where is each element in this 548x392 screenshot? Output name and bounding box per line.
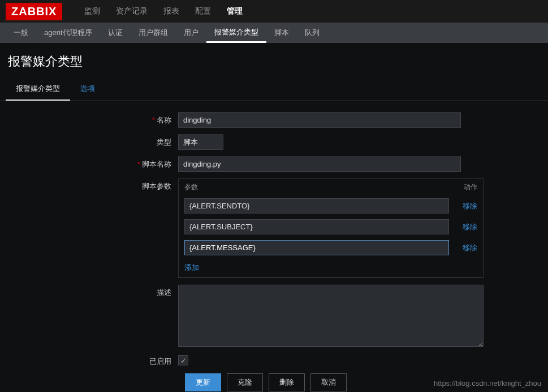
cancel-button[interactable]: 取消 bbox=[310, 373, 347, 391]
subnav-users[interactable]: 用户 bbox=[176, 23, 206, 43]
enabled-label: 已启用 bbox=[6, 354, 178, 367]
clone-button[interactable]: 克隆 bbox=[227, 373, 263, 391]
params-label: 脚本参数 bbox=[6, 178, 178, 191]
script-name-input[interactable] bbox=[178, 156, 461, 172]
param-row: 移除 bbox=[179, 237, 483, 258]
param-input-2[interactable] bbox=[184, 240, 449, 255]
param-add[interactable]: 添加 bbox=[179, 258, 483, 277]
watermark: https://blog.csdn.net/knight_zhou bbox=[434, 379, 541, 387]
type-label: 类型 bbox=[6, 134, 178, 147]
subnav-scripts[interactable]: 脚本 bbox=[266, 23, 297, 43]
tabs: 报警媒介类型 选项 bbox=[0, 78, 548, 101]
param-input-0[interactable] bbox=[184, 198, 449, 214]
script-name-label: *脚本名称 bbox=[6, 156, 178, 169]
nav-config[interactable]: 配置 bbox=[187, 6, 219, 16]
enabled-checkbox[interactable]: ✓ bbox=[178, 355, 188, 365]
update-button[interactable]: 更新 bbox=[185, 373, 221, 391]
params-table: 参数 动作 移除 移除 移除 添加 bbox=[178, 178, 484, 278]
top-nav: ZABBIX 监测 资产记录 报表 配置 管理 bbox=[0, 0, 548, 23]
param-remove-2[interactable]: 移除 bbox=[455, 243, 477, 253]
type-select[interactable]: 脚本 bbox=[178, 134, 223, 150]
name-input[interactable] bbox=[178, 112, 461, 128]
form-area: *名称 类型 脚本 *脚本名称 脚本参数 参数 动作 移除 移除 bbox=[0, 101, 548, 392]
sub-nav: 一般 agent代理程序 认证 用户群组 用户 报警媒介类型 脚本 队列 bbox=[0, 23, 548, 43]
param-remove-1[interactable]: 移除 bbox=[455, 222, 477, 232]
nav-inventory[interactable]: 资产记录 bbox=[108, 6, 156, 16]
subnav-media-types[interactable]: 报警媒介类型 bbox=[206, 23, 266, 43]
subnav-agent-proxy[interactable]: agent代理程序 bbox=[36, 23, 100, 43]
tab-media-type[interactable]: 报警媒介类型 bbox=[6, 78, 70, 101]
name-label: *名称 bbox=[6, 112, 178, 125]
page-title: 报警媒介类型 bbox=[0, 43, 548, 78]
subnav-auth[interactable]: 认证 bbox=[100, 23, 131, 43]
desc-textarea[interactable] bbox=[178, 285, 484, 347]
delete-button[interactable]: 删除 bbox=[269, 373, 305, 391]
subnav-queue[interactable]: 队列 bbox=[297, 23, 327, 43]
nav-admin[interactable]: 管理 bbox=[219, 6, 251, 16]
params-header-action: 动作 bbox=[449, 182, 477, 192]
desc-label: 描述 bbox=[6, 285, 178, 298]
param-row: 移除 bbox=[179, 195, 483, 216]
nav-monitor[interactable]: 监测 bbox=[76, 6, 108, 16]
param-remove-0[interactable]: 移除 bbox=[455, 201, 477, 211]
nav-reports[interactable]: 报表 bbox=[156, 6, 187, 16]
params-header-param: 参数 bbox=[184, 182, 449, 192]
tab-options[interactable]: 选项 bbox=[70, 78, 105, 101]
subnav-user-groups[interactable]: 用户群组 bbox=[131, 23, 176, 43]
logo[interactable]: ZABBIX bbox=[6, 3, 62, 20]
param-input-1[interactable] bbox=[184, 219, 449, 234]
param-row: 移除 bbox=[179, 216, 483, 237]
subnav-general[interactable]: 一般 bbox=[6, 23, 36, 43]
